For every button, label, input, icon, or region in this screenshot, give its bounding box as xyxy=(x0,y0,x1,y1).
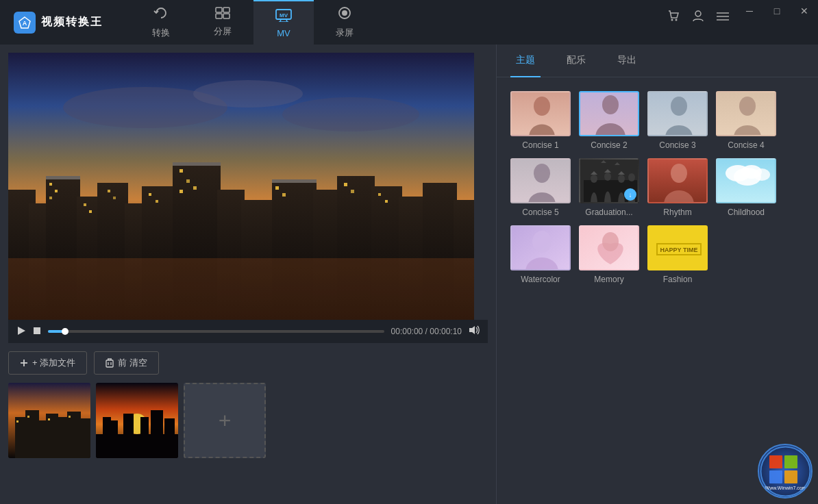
tab-music[interactable]: 配乐 xyxy=(561,45,591,77)
theme-thumb-concise1 xyxy=(510,91,571,136)
maximize-button[interactable]: □ xyxy=(763,0,791,22)
video-container xyxy=(8,53,474,320)
svg-rect-44 xyxy=(89,210,92,213)
clear-button[interactable]: 前 清空 xyxy=(94,351,159,375)
svg-point-109 xyxy=(618,175,625,183)
thumbnail-1[interactable] xyxy=(8,383,90,458)
top-icons xyxy=(667,10,729,25)
svg-rect-52 xyxy=(179,190,183,193)
volume-button[interactable] xyxy=(469,325,480,338)
svg-rect-48 xyxy=(156,200,158,203)
bottom-toolbar: + 添加文件 前 清空 xyxy=(8,343,488,383)
svg-marker-65 xyxy=(469,326,475,334)
menu-icon[interactable] xyxy=(717,10,729,25)
svg-rect-54 xyxy=(282,193,286,197)
theme-thumb-concise2 xyxy=(579,91,639,136)
svg-rect-55 xyxy=(344,183,347,186)
svg-rect-85 xyxy=(69,416,71,418)
theme-watercolor[interactable]: Watercolor xyxy=(510,225,571,284)
close-button[interactable]: ✕ xyxy=(791,0,818,22)
svg-rect-90 xyxy=(111,420,118,458)
svg-rect-45 xyxy=(108,190,110,192)
convert-icon xyxy=(153,5,169,24)
theme-concise1[interactable]: Concise 1 xyxy=(510,91,571,150)
tab-record[interactable]: 录屏 xyxy=(314,0,375,45)
theme-childhood[interactable]: Childhood xyxy=(716,158,776,217)
svg-point-107 xyxy=(591,175,597,183)
tab-split[interactable]: 分屏 xyxy=(192,0,253,45)
svg-rect-81 xyxy=(80,418,90,458)
tab-split-label: 分屏 xyxy=(214,25,232,38)
app-title: 视频转换王 xyxy=(41,15,103,29)
tab-record-label: 录屏 xyxy=(336,27,354,39)
svg-rect-4 xyxy=(216,14,222,18)
user-icon[interactable] xyxy=(692,10,704,25)
add-file-button[interactable]: + 添加文件 xyxy=(8,351,87,375)
record-icon xyxy=(337,5,352,24)
tab-theme[interactable]: 主题 xyxy=(510,45,541,77)
theme-label-concise3: Concise 3 xyxy=(659,140,695,150)
progress-thumb xyxy=(62,328,69,335)
theme-thumb-childhood xyxy=(716,158,776,203)
svg-rect-93 xyxy=(151,410,163,458)
progress-bar[interactable] xyxy=(48,330,384,333)
theme-concise4[interactable]: Concise 4 xyxy=(716,91,776,150)
svg-point-96 xyxy=(534,97,550,116)
svg-point-117 xyxy=(671,164,687,183)
svg-point-126 xyxy=(602,232,619,251)
tab-convert[interactable]: 转换 xyxy=(130,0,192,45)
svg-text:HAPPY TIME: HAPPY TIME xyxy=(660,247,698,253)
svg-rect-49 xyxy=(179,169,183,173)
svg-point-122 xyxy=(734,168,761,186)
stop-button[interactable] xyxy=(33,326,41,337)
svg-point-12 xyxy=(342,10,347,16)
svg-rect-5 xyxy=(223,14,230,18)
svg-rect-68 xyxy=(106,360,113,367)
svg-rect-51 xyxy=(193,186,197,190)
svg-point-102 xyxy=(739,97,756,116)
svg-rect-50 xyxy=(186,179,190,183)
svg-rect-58 xyxy=(385,200,388,203)
theme-label-watercolor: Watercolor xyxy=(521,275,560,284)
theme-concise2[interactable]: Concise 2 xyxy=(579,91,639,150)
main-content: 00:00:00 / 00:00:10 + 添加文件 前 清空 xyxy=(0,45,818,504)
svg-rect-46 xyxy=(113,197,116,199)
thumbnail-2[interactable] xyxy=(96,383,178,458)
svg-point-100 xyxy=(671,97,687,116)
theme-thumb-concise5 xyxy=(510,158,571,203)
theme-concise3[interactable]: Concise 3 xyxy=(647,91,708,150)
theme-rhythm[interactable]: Rhythm xyxy=(647,158,708,217)
tab-export[interactable]: 导出 xyxy=(612,45,642,77)
svg-rect-42 xyxy=(49,197,52,199)
theme-concise5[interactable]: Concise 5 xyxy=(510,158,571,217)
theme-fashion[interactable]: HAPPY TIME Fashion xyxy=(647,225,708,284)
svg-rect-57 xyxy=(378,193,381,196)
minimize-button[interactable]: ─ xyxy=(736,0,763,22)
svg-rect-94 xyxy=(164,418,175,458)
tab-mv[interactable]: MV MV xyxy=(253,0,314,45)
theme-label-concise4: Concise 4 xyxy=(728,140,764,150)
svg-rect-91 xyxy=(123,414,134,458)
svg-rect-89 xyxy=(103,417,111,458)
theme-label-rhythm: Rhythm xyxy=(663,207,691,217)
theme-thumb-memory xyxy=(579,225,639,270)
add-media-button[interactable]: + xyxy=(184,383,266,458)
shop-icon[interactable] xyxy=(667,10,680,25)
svg-rect-61 xyxy=(272,179,317,183)
nav-tabs: 转换 分屏 MV xyxy=(130,0,375,45)
window-controls: ─ □ ✕ xyxy=(736,0,818,22)
play-button[interactable] xyxy=(16,326,26,338)
theme-memory[interactable]: Memory xyxy=(579,225,639,284)
right-panel: 主题 配乐 导出 Concise 1 xyxy=(496,45,818,504)
theme-thumb-concise3 xyxy=(647,91,708,136)
svg-rect-82 xyxy=(16,420,18,423)
svg-point-98 xyxy=(602,95,619,114)
svg-point-104 xyxy=(534,164,550,183)
svg-rect-53 xyxy=(275,186,279,190)
svg-rect-59 xyxy=(46,176,80,179)
svg-rect-92 xyxy=(140,417,149,458)
theme-grid: Concise 1 Concise 2 xyxy=(497,77,818,298)
theme-thumb-concise4 xyxy=(716,91,776,136)
theme-graduation[interactable]: ↓ Graduation... xyxy=(579,158,639,217)
svg-rect-77 xyxy=(38,420,47,458)
